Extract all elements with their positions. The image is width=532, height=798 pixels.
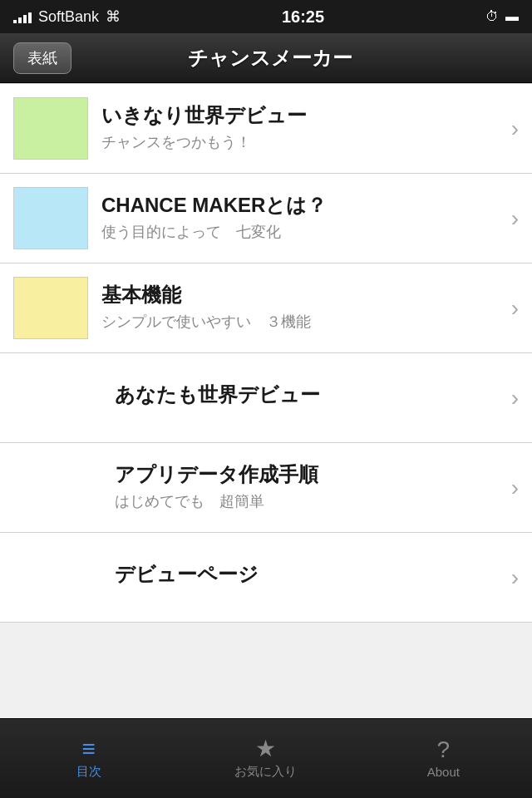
battery-icon: ▬ xyxy=(505,9,519,24)
tab-toc[interactable]: ≡ 目次 xyxy=(0,719,177,798)
item-thumbnail-empty xyxy=(13,456,88,519)
status-bar: SoftBank ⌘ 16:25 ⏱ ▬ xyxy=(0,0,532,33)
item-subtitle: チャンスをつかもう！ xyxy=(101,133,492,152)
item-title: あなたも世界デビュー xyxy=(115,383,492,407)
chevron-icon: › xyxy=(511,205,519,232)
signal-icon xyxy=(13,10,32,23)
toc-tab-label: 目次 xyxy=(76,764,101,780)
about-tab-label: About xyxy=(427,765,460,779)
toc-tab-icon: ≡ xyxy=(81,737,95,761)
nav-title: チャンスメーカー xyxy=(71,45,469,71)
item-title: デビューページ xyxy=(115,563,492,587)
item-title: CHANCE MAKERとは？ xyxy=(101,194,492,218)
item-subtitle: はじめてでも 超簡単 xyxy=(115,492,492,511)
item-content: あなたも世界デビュー xyxy=(101,383,532,412)
item-thumbnail xyxy=(13,187,88,249)
item-content: いきなり世界デビュー チャンスをつかもう！ xyxy=(101,104,532,152)
tab-favorites[interactable]: ★ お気に入り xyxy=(177,719,354,798)
back-button[interactable]: 表紙 xyxy=(13,42,71,74)
chevron-icon: › xyxy=(511,564,519,591)
list-container: いきなり世界デビュー チャンスをつかもう！ › CHANCE MAKERとは？ … xyxy=(0,83,532,718)
time-display: 16:25 xyxy=(282,7,324,27)
item-title: アプリデータ作成手順 xyxy=(115,463,492,487)
list-item[interactable]: デビューページ › xyxy=(0,533,532,623)
tab-bar: ≡ 目次 ★ お気に入り ? About xyxy=(0,718,532,798)
wifi-icon: ⌘ xyxy=(106,7,121,26)
chevron-icon: › xyxy=(511,385,519,411)
item-thumbnail-empty xyxy=(13,546,88,608)
carrier-label: SoftBank xyxy=(38,8,99,26)
item-content: アプリデータ作成手順 はじめてでも 超簡単 xyxy=(101,463,532,511)
item-thumbnail xyxy=(13,277,88,339)
list-item[interactable]: あなたも世界デビュー › xyxy=(0,353,532,443)
chevron-icon: › xyxy=(511,295,519,322)
item-title: 基本機能 xyxy=(101,283,492,308)
list-item[interactable]: 基本機能 シンプルで使いやすい ３機能 › xyxy=(0,264,532,353)
item-title: いきなり世界デビュー xyxy=(101,104,492,128)
favorites-tab-label: お気に入り xyxy=(234,764,297,780)
clock-icon: ⏱ xyxy=(485,9,499,24)
favorites-tab-icon: ★ xyxy=(255,737,276,761)
tab-about[interactable]: ? About xyxy=(355,719,532,798)
list-item[interactable]: CHANCE MAKERとは？ 使う目的によって 七変化 › xyxy=(0,174,532,264)
item-subtitle: 使う目的によって 七変化 xyxy=(101,223,492,242)
about-tab-icon: ? xyxy=(437,738,451,761)
item-content: CHANCE MAKERとは？ 使う目的によって 七変化 xyxy=(101,194,532,242)
list-item[interactable]: アプリデータ作成手順 はじめてでも 超簡単 › xyxy=(0,443,532,533)
item-thumbnail xyxy=(13,97,88,160)
item-subtitle: シンプルで使いやすい ３機能 xyxy=(101,313,492,332)
nav-bar: 表紙 チャンスメーカー xyxy=(0,33,532,83)
status-left: SoftBank ⌘ xyxy=(13,7,121,26)
list-item[interactable]: いきなり世界デビュー チャンスをつかもう！ › xyxy=(0,83,532,174)
item-thumbnail-empty xyxy=(13,367,88,429)
item-content: 基本機能 シンプルで使いやすい ３機能 xyxy=(101,283,532,332)
chevron-icon: › xyxy=(511,475,519,501)
item-content: デビューページ xyxy=(101,563,532,592)
chevron-icon: › xyxy=(511,116,519,142)
status-right: ⏱ ▬ xyxy=(485,9,519,24)
